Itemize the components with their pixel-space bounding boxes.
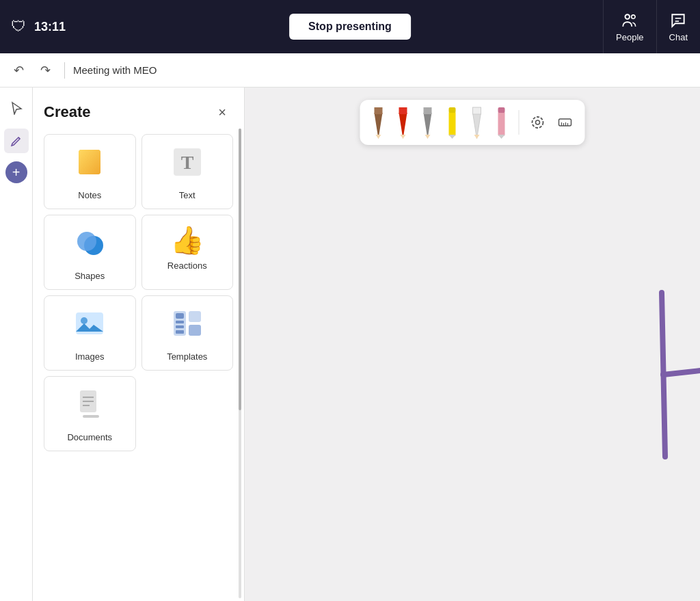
select-tool[interactable] — [4, 96, 29, 120]
svg-rect-18 — [176, 325, 184, 328]
create-panel: Create × — [33, 88, 245, 601]
people-label: People — [616, 32, 643, 42]
panel-header: Create × — [44, 101, 233, 123]
svg-rect-21 — [83, 415, 99, 418]
shield-icon: 🛡 — [11, 18, 26, 36]
people-icon — [621, 12, 638, 29]
svg-rect-5 — [79, 150, 100, 174]
pen-tool[interactable] — [4, 129, 29, 153]
redo-button[interactable]: ↷ — [35, 60, 56, 81]
images-icon — [73, 307, 106, 345]
svg-rect-16 — [176, 313, 184, 319]
svg-point-1 — [632, 14, 635, 18]
shapes-icon — [73, 226, 106, 264]
pen-icon — [10, 134, 23, 148]
documents-label: Documents — [67, 432, 112, 442]
svg-rect-17 — [176, 321, 184, 323]
svg-point-11 — [81, 317, 88, 324]
text-label: Text — [179, 190, 196, 200]
svg-rect-15 — [189, 325, 201, 336]
main-area: + Create × — [0, 88, 700, 601]
create-text-item[interactable]: T Text — [142, 134, 234, 209]
notes-label: Notes — [78, 190, 101, 200]
people-button[interactable]: People — [603, 0, 656, 53]
canvas-drawing[interactable] — [245, 88, 700, 601]
templates-label: Templates — [167, 351, 207, 362]
svg-rect-14 — [189, 311, 201, 322]
templates-icon — [171, 307, 204, 345]
create-images-item[interactable]: Images — [44, 295, 136, 371]
images-label: Images — [75, 351, 105, 362]
create-templates-item[interactable]: Templates — [142, 295, 234, 371]
reactions-icon: 👍 — [170, 226, 204, 254]
scroll-thumb — [239, 129, 241, 410]
svg-text:T: T — [180, 152, 193, 173]
reactions-label: Reactions — [167, 261, 207, 271]
create-shapes-item[interactable]: Shapes — [44, 215, 136, 290]
svg-point-9 — [77, 232, 96, 251]
topbar-right: People Chat — [603, 0, 700, 53]
chat-icon — [669, 12, 687, 29]
stop-presenting-button[interactable]: Stop presenting — [289, 14, 411, 40]
left-toolbar: + — [0, 88, 33, 601]
topbar: 🛡 13:11 Stop presenting People Chat — [0, 0, 700, 53]
text-icon: T — [171, 146, 204, 183]
panel-title: Create — [44, 103, 90, 121]
svg-rect-19 — [176, 330, 184, 334]
cursor-icon — [10, 101, 23, 115]
secondbar: ↶ ↷ Meeting with MEO — [0, 53, 700, 88]
create-documents-item[interactable]: Documents — [44, 376, 136, 451]
chat-button[interactable]: Chat — [656, 0, 700, 53]
close-panel-button[interactable]: × — [211, 101, 233, 123]
canvas-area[interactable] — [245, 88, 700, 601]
nav-divider — [64, 62, 65, 79]
create-grid: Notes T Text — [44, 134, 233, 451]
add-button[interactable]: + — [5, 161, 27, 183]
create-reactions-item[interactable]: 👍 Reactions — [142, 215, 234, 290]
scroll-indicator — [239, 129, 241, 598]
svg-point-0 — [625, 14, 630, 18]
shapes-label: Shapes — [75, 271, 105, 281]
undo-button[interactable]: ↶ — [8, 60, 29, 81]
chat-label: Chat — [669, 32, 688, 42]
topbar-time: 13:11 — [34, 20, 66, 34]
notes-icon — [73, 146, 106, 183]
documents-icon — [73, 388, 106, 425]
create-notes-item[interactable]: Notes — [44, 134, 136, 209]
meeting-title: Meeting with MEO — [73, 64, 157, 76]
